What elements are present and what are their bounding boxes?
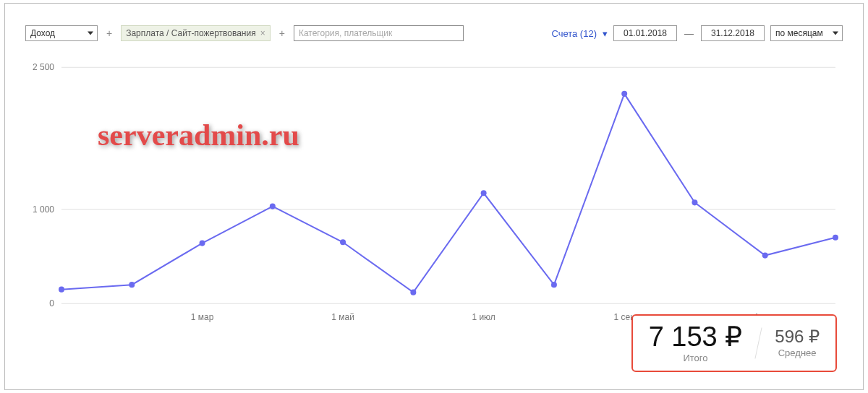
summary-avg-value: 596 ₽ (775, 328, 820, 345)
type-select-value: Доход (30, 28, 55, 38)
filter-bar: Доход + Зарплата / Сайт-пожертвования × … (25, 24, 843, 43)
category-tag[interactable]: Зарплата / Сайт-пожертвования × (121, 25, 271, 41)
search-placeholder: Категория, плательщик (299, 28, 392, 38)
summary-total: 7 153 ₽ Итого (649, 323, 743, 363)
summary-total-value: 7 153 ₽ (649, 323, 743, 350)
app-frame: Доход + Зарплата / Сайт-пожертвования × … (4, 3, 864, 390)
search-input[interactable]: Категория, плательщик (294, 25, 464, 41)
close-icon[interactable]: × (260, 28, 265, 38)
category-tag-text: Зарплата / Сайт-пожертвования (126, 28, 256, 38)
svg-text:2 500: 2 500 (33, 62, 54, 72)
svg-point-13 (200, 241, 205, 246)
svg-point-22 (833, 235, 838, 241)
svg-point-19 (621, 91, 627, 97)
summary-total-label: Итого (649, 353, 743, 363)
svg-point-14 (270, 203, 276, 209)
period-select-value: по месяцам (775, 28, 823, 38)
summary-box: 7 153 ₽ Итого 596 ₽ Среднее (631, 314, 837, 372)
period-select[interactable]: по месяцам (770, 25, 843, 41)
summary-avg-label: Среднее (775, 347, 820, 358)
svg-point-17 (481, 190, 487, 196)
svg-point-18 (551, 282, 557, 288)
svg-point-21 (762, 253, 768, 259)
svg-point-11 (59, 287, 64, 293)
svg-point-16 (410, 290, 416, 295)
summary-divider (755, 327, 762, 358)
filter-right: Счета (12) ▾ 01.01.2018 — 31.12.2018 по … (551, 25, 843, 41)
accounts-link[interactable]: Счета (12) (551, 28, 597, 39)
svg-text:0: 0 (49, 298, 54, 308)
summary-average: 596 ₽ Среднее (775, 328, 820, 358)
type-select[interactable]: Доход (25, 25, 98, 41)
svg-text:1 май: 1 май (331, 312, 354, 322)
filter-left: Доход + Зарплата / Сайт-пожертвования × … (25, 25, 464, 41)
chart-svg: 01 0002 5001 мар1 май1 июл1 сен1 ноя (25, 60, 843, 326)
svg-text:1 июл: 1 июл (472, 312, 495, 322)
svg-text:1 мар: 1 мар (191, 312, 214, 322)
add-filter-plus-1[interactable]: + (103, 27, 115, 39)
date-from-input[interactable]: 01.01.2018 (613, 25, 677, 41)
svg-point-20 (692, 199, 697, 205)
svg-text:1 000: 1 000 (33, 204, 54, 214)
date-to-input[interactable]: 31.12.2018 (701, 25, 765, 41)
svg-point-15 (340, 239, 346, 245)
chart-area: 01 0002 5001 мар1 май1 июл1 сен1 ноя ser… (25, 60, 843, 326)
date-dash: — (683, 28, 695, 39)
add-filter-plus-2[interactable]: + (276, 27, 288, 39)
chevron-down-icon: ▾ (603, 28, 608, 39)
svg-point-12 (129, 282, 135, 288)
